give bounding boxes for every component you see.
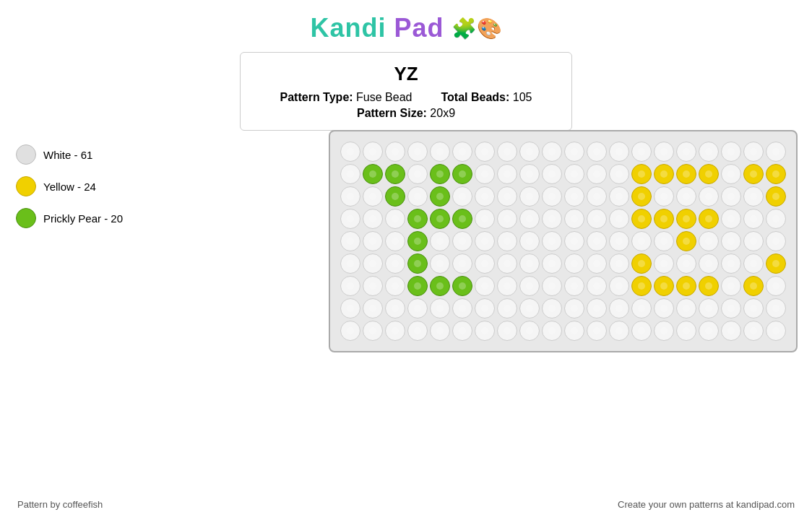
bead-grid-container (329, 130, 798, 352)
bead (385, 298, 405, 318)
logo-icon: 🧩🎨 (452, 17, 502, 40)
bead (363, 186, 383, 207)
bead (587, 254, 607, 274)
bead (587, 276, 607, 296)
bead (564, 231, 584, 251)
bead (542, 209, 562, 229)
bead (587, 209, 607, 229)
bead (340, 164, 360, 184)
bead (631, 254, 652, 274)
bead (407, 254, 428, 274)
bead (385, 321, 405, 341)
bead (407, 186, 428, 207)
bead (676, 209, 696, 229)
bead (766, 276, 786, 296)
bead (766, 164, 786, 184)
bead (475, 142, 495, 162)
bead (631, 298, 652, 318)
bead (363, 321, 383, 341)
bead (430, 186, 450, 207)
bead (497, 164, 517, 184)
bead (676, 276, 696, 296)
bead (475, 276, 495, 296)
bead (587, 321, 607, 341)
bead (743, 142, 764, 162)
bead (699, 164, 719, 184)
bead (340, 254, 360, 274)
bead (363, 164, 383, 184)
bead (699, 186, 719, 207)
bead (587, 164, 607, 184)
bead-grid (340, 142, 786, 341)
bead (452, 321, 472, 341)
bead (587, 142, 607, 162)
bead (542, 142, 562, 162)
swatch-green (16, 208, 36, 228)
bead (743, 276, 764, 296)
bead (654, 186, 674, 207)
swatch-white (16, 144, 36, 165)
bead (519, 186, 540, 207)
pattern-meta-row2: Pattern Size: 20x9 (255, 107, 557, 120)
bead (475, 254, 495, 274)
bead (676, 298, 696, 318)
bead (564, 276, 584, 296)
bead (497, 186, 517, 207)
bead (407, 142, 428, 162)
pattern-meta-row1: Pattern Type: Fuse Bead Total Beads: 105 (255, 91, 557, 104)
bead (721, 142, 741, 162)
bead (654, 231, 674, 251)
bead (542, 254, 562, 274)
legend: White - 61 Yellow - 24 Prickly Pear - 20 (16, 144, 123, 228)
bead (654, 298, 674, 318)
bead (721, 254, 741, 274)
bead (564, 298, 584, 318)
bead (452, 298, 472, 318)
legend-item-white: White - 61 (16, 144, 123, 165)
bead (407, 298, 428, 318)
bead (564, 164, 584, 184)
bead (542, 164, 562, 184)
bead (609, 231, 629, 251)
bead (385, 142, 405, 162)
bead (766, 209, 786, 229)
bead (631, 231, 652, 251)
bead (564, 209, 584, 229)
bead (340, 209, 360, 229)
logo: Kandi Pad (310, 13, 444, 43)
pattern-title: YZ (255, 63, 557, 85)
bead (564, 254, 584, 274)
bead (766, 298, 786, 318)
bead (631, 321, 652, 341)
bead (564, 186, 584, 207)
bead (475, 209, 495, 229)
bead (407, 276, 428, 296)
bead (766, 321, 786, 341)
bead (721, 321, 741, 341)
bead (743, 164, 764, 184)
bead (430, 164, 450, 184)
logo-kandi: Kandi (310, 13, 386, 43)
pattern-size: Pattern Size: 20x9 (357, 107, 455, 120)
bead (542, 276, 562, 296)
bead (452, 164, 472, 184)
bead (699, 321, 719, 341)
bead (721, 164, 741, 184)
legend-label-white: White - 61 (43, 149, 92, 161)
bead (721, 186, 741, 207)
legend-item-yellow: Yellow - 24 (16, 176, 123, 196)
bead (430, 298, 450, 318)
bead (743, 321, 764, 341)
bead (340, 321, 360, 341)
bead (363, 142, 383, 162)
bead (609, 321, 629, 341)
bead (430, 254, 450, 274)
bead (654, 321, 674, 341)
bead (699, 209, 719, 229)
bead (721, 298, 741, 318)
bead (385, 186, 405, 207)
bead (609, 142, 629, 162)
swatch-yellow (16, 176, 36, 196)
bead (452, 254, 472, 274)
bead (631, 209, 652, 229)
